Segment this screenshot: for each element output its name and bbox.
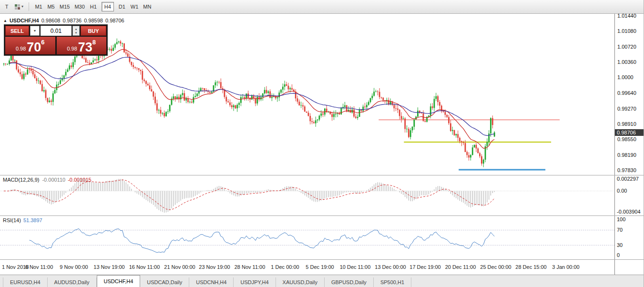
toolbar: T ▾ M1M5M15M30H1H4D1W1MN	[0, 0, 644, 14]
time-axis-label: 17 Dec 19:00	[409, 264, 440, 270]
macd-label: MACD(12,26,9)-0.000110-0.001015	[3, 177, 92, 183]
chart-ohlc-title: ▲ USDCHF,H4 0.98608 0.98736 0.98598 0.98…	[3, 18, 124, 23]
price-scale-label: 1.01080	[617, 28, 636, 34]
open-value: 0.98608	[41, 18, 61, 23]
macd-main-value: -0.000110	[42, 177, 65, 183]
high-value: 0.98736	[62, 18, 82, 23]
chart-tab-audusd[interactable]: AUDUSD,Daily	[48, 277, 97, 287]
rsi-panel: RSI(14)51.3897 100 70 30 0	[0, 216, 644, 260]
timeframe-m5[interactable]: M5	[45, 2, 57, 11]
rsi-scale-30: 30	[617, 242, 623, 248]
time-axis-label: 16 Nov 11:00	[129, 264, 160, 270]
chart-style-icon	[14, 4, 20, 10]
rsi-plot[interactable]: RSI(14)51.3897	[0, 216, 614, 259]
macd-chart[interactable]	[0, 175, 614, 215]
price-scale-label: 0.98910	[617, 121, 636, 127]
price-scale-label: 0.99270	[617, 106, 636, 112]
time-axis-label: 3 Jan 00:00	[552, 264, 580, 270]
macd-scale-zero: 0.00	[617, 188, 627, 194]
symbol-period-label: USDCHF,H4	[10, 18, 39, 23]
caret-down-icon: ▾	[34, 29, 36, 33]
chart-tab-usdjpy[interactable]: USDJPY,H4	[234, 277, 276, 287]
volume-dropdown-button[interactable]: ▾	[30, 26, 40, 36]
spinner-down-icon: ▾	[75, 31, 77, 35]
rsi-label: RSI(14)51.3897	[3, 217, 42, 223]
close-value: 0.98706	[105, 18, 124, 23]
price-scale-label: 0.99640	[617, 90, 636, 96]
spinner-up-icon: ▴	[75, 27, 77, 31]
time-axis-label: 28 Nov 11:00	[235, 264, 266, 270]
macd-plot[interactable]: MACD(12,26,9)-0.000110-0.001015	[0, 175, 614, 215]
time-axis-label: 1 Dec 00:00	[271, 264, 299, 270]
macd-scale-min: -0.003904	[617, 209, 641, 215]
price-scale-label: 0.98550	[617, 136, 636, 142]
time-axis-label: 23 Nov 19:00	[199, 264, 230, 270]
chart-tab-usdcnh[interactable]: USDCNH,H4	[189, 277, 234, 287]
chart-tab-sp500[interactable]: SP500,H1	[374, 277, 411, 287]
price-scale-label: 1.0000	[617, 74, 634, 80]
rsi-chart[interactable]	[0, 216, 614, 259]
time-axis-label: 25 Dec 00:00	[480, 264, 511, 270]
price-scale-label: 1.00720	[617, 44, 636, 50]
timeframe-w1[interactable]: W1	[128, 2, 141, 11]
volume-input[interactable]: 0.01	[41, 26, 72, 36]
buy-button[interactable]: BUY	[81, 26, 106, 36]
chart-tab-xauusd[interactable]: XAUUSD,Daily	[276, 277, 325, 287]
sell-price-sup: 6	[41, 39, 44, 46]
timeframe-m15[interactable]: M15	[57, 2, 72, 11]
macd-scale-max: 0.002297	[617, 176, 639, 182]
sell-button[interactable]: SELL	[5, 26, 29, 36]
buy-price-prefix: 0.98	[67, 46, 77, 51]
price-scale-label: 1.01440	[617, 14, 636, 19]
timeframe-m30[interactable]: M30	[72, 2, 87, 11]
chart-tab-eurusd[interactable]: EURUSD,H4	[3, 277, 48, 287]
caret-down-icon: ▾	[21, 5, 23, 9]
timeframe-h1[interactable]: H1	[87, 2, 100, 11]
low-value: 0.98598	[84, 18, 103, 23]
volume-stepper[interactable]: ▴ ▾	[72, 26, 80, 36]
toolbar-letter-icon: T	[5, 4, 9, 10]
buy-price-sup: 8	[92, 39, 96, 46]
time-axis-label: 21 Nov 00:00	[164, 264, 195, 270]
chart-tabs-bar: EURUSD,H4AUDUSD,DailyUSDCHF,H4USDCAD,Dai…	[0, 275, 644, 287]
macd-signal-value: -0.001015	[68, 177, 92, 183]
one-click-trading-panel: SELL ▾ 0.01 ▴ ▾ BUY 0.98706	[4, 24, 108, 56]
timeframe-toolbar: M1M5M15M30H1H4D1W1MN	[32, 2, 153, 11]
time-axis-label: 9 Nov 00:00	[60, 264, 88, 270]
sell-price-big: 70	[27, 42, 41, 53]
price-scale[interactable]: 0.98706 1.014401.010801.007201.003601.00…	[614, 14, 644, 175]
rsi-value: 51.3897	[23, 217, 42, 223]
macd-scale[interactable]: 0.002297 0.00 -0.003904	[614, 175, 644, 215]
timeframe-mn[interactable]: MN	[141, 2, 153, 11]
buy-price-display[interactable]: 0.98738	[57, 37, 107, 54]
time-axis-label: 28 Dec 15:00	[515, 264, 546, 270]
chart-window-icon[interactable]: T	[2, 1, 11, 12]
price-scale-label: 1.00360	[617, 59, 636, 65]
rsi-scale-0: 0	[617, 252, 620, 258]
price-chart[interactable]: ▲ USDCHF,H4 0.98608 0.98736 0.98598 0.98…	[0, 14, 614, 175]
rsi-scale-100: 100	[617, 216, 625, 222]
timeframe-d1[interactable]: D1	[116, 2, 128, 11]
price-scale-label: 0.97830	[617, 167, 636, 173]
chart-style-dropdown[interactable]: ▾	[12, 1, 25, 12]
chart-tab-usdchf[interactable]: USDCHF,H4	[97, 275, 141, 287]
time-axis-label: 13 Dec 00:00	[375, 264, 406, 270]
time-axis-corner	[614, 260, 644, 275]
symbol-marker-icon: ▲	[3, 19, 7, 23]
time-axis-label: 13 Nov 19:00	[93, 264, 124, 270]
rsi-name: RSI(14)	[3, 217, 21, 223]
time-axis-label: 5 Dec 19:00	[306, 264, 334, 270]
timeframe-m1[interactable]: M1	[32, 2, 45, 11]
time-axis[interactable]: 1 Nov 20186 Nov 11:009 Nov 00:0013 Nov 1…	[0, 260, 614, 275]
main-chart-row: ▲ USDCHF,H4 0.98608 0.98736 0.98598 0.98…	[0, 14, 644, 175]
rsi-scale-70: 70	[617, 227, 623, 233]
chart-tab-gbpusd[interactable]: GBPUSD,Daily	[325, 277, 374, 287]
sell-price-display[interactable]: 0.98706	[5, 37, 55, 54]
chart-tab-usdcad[interactable]: USDCAD,Daily	[140, 277, 189, 287]
timeframe-h4[interactable]: H4	[102, 2, 114, 11]
time-axis-label: 20 Dec 11:00	[445, 264, 476, 270]
rsi-scale[interactable]: 100 70 30 0	[614, 216, 644, 259]
sell-price-prefix: 0.98	[16, 46, 26, 51]
toolbar-separator	[29, 2, 29, 11]
trading-platform-window: T ▾ M1M5M15M30H1H4D1W1MN ▲ USDCHF,H4 0.9…	[0, 0, 644, 287]
